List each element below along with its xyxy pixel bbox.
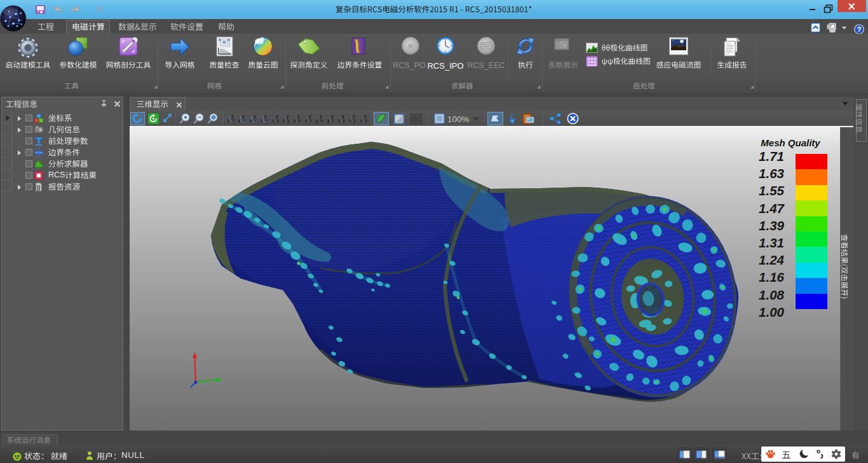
svg-text:y: y [365, 118, 368, 123]
svg-text:y: y [353, 118, 356, 123]
svg-text:y: y [353, 114, 355, 119]
svg-text:y: y [364, 114, 367, 119]
svg-text:x: x [309, 118, 313, 123]
svg-text:x: x [349, 118, 352, 123]
svg-text:y: y [231, 114, 234, 119]
svg-text:z: z [232, 118, 234, 123]
svg-text:y: y [331, 114, 334, 119]
svg-text:x: x [298, 118, 301, 123]
svg-text:y: y [276, 118, 280, 123]
svg-text:x: x [320, 118, 323, 123]
svg-text:y: y [327, 118, 330, 123]
svg-text:y: y [264, 114, 267, 119]
svg-text:y: y [309, 114, 311, 119]
svg-text:x: x [250, 118, 253, 123]
svg-text:x: x [243, 118, 246, 123]
svg-text:?: ? [857, 25, 861, 33]
svg-text:y: y [342, 118, 346, 123]
svg-text:y: y [287, 114, 289, 119]
svg-text:y: y [342, 114, 344, 119]
svg-text:x: x [227, 118, 231, 123]
svg-text:y: y [276, 114, 278, 119]
svg-text:z: z [332, 118, 334, 123]
svg-text:x: x [265, 118, 268, 123]
svg-text:y: y [316, 118, 319, 123]
svg-text:y: y [242, 114, 245, 119]
svg-text:y: y [320, 114, 322, 119]
svg-text:y: y [254, 114, 256, 119]
svg-text:z: z [254, 118, 257, 123]
svg-text:y: y [297, 114, 300, 119]
svg-text:y: y [287, 118, 290, 123]
